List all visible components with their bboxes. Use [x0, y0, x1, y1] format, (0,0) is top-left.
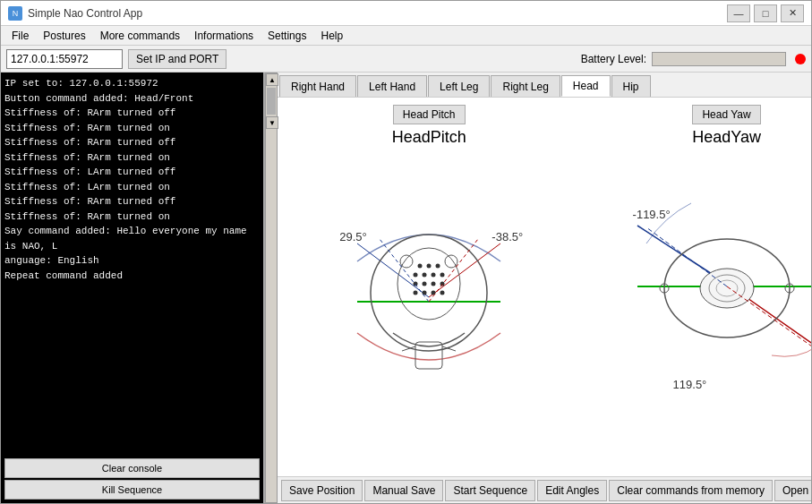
svg-point-9 [432, 282, 436, 286]
maximize-button[interactable]: □ [754, 4, 777, 22]
kill-sequence-button[interactable]: Kill Sequence [4, 480, 260, 500]
head-pitch-diagram: 29.5° -38.5° [330, 154, 527, 423]
title-bar-left: N Simple Nao Control App [8, 6, 142, 21]
scroll-thumb[interactable] [267, 88, 276, 115]
menu-help[interactable]: Help [313, 28, 350, 44]
open-video-button[interactable]: Open Video Feed [774, 480, 811, 501]
menu-file[interactable]: File [4, 28, 36, 44]
head-yaw-diagram: -119.5° 119.5° [620, 154, 811, 423]
scroll-up-button[interactable]: ▲ [266, 73, 278, 86]
svg-line-24 [429, 239, 478, 302]
title-bar: N Simple Nao Control App — □ ✕ [1, 1, 811, 26]
menu-informations[interactable]: Informations [187, 28, 261, 44]
yaw-angle-top: -119.5° [633, 208, 671, 221]
svg-point-8 [423, 282, 427, 286]
pitch-angle-left: 29.5° [339, 230, 367, 243]
mic-array [414, 264, 445, 295]
console-line: Say command added: Hello everyone my nam… [4, 224, 260, 253]
head-yaw-title: HeadYaw [692, 128, 761, 147]
set-ip-button[interactable]: Set IP and PORT [128, 49, 227, 69]
svg-point-7 [414, 282, 418, 286]
tab-head[interactable]: Head [561, 75, 611, 97]
svg-point-17 [436, 264, 440, 269]
svg-point-4 [423, 273, 427, 278]
console-line: Repeat command added [4, 269, 260, 284]
console-line: Button command added: Head/Front [4, 91, 260, 107]
window-title: Simple Nao Control App [28, 7, 142, 20]
bottom-action-bar: Save Position Manual Save Start Sequence… [278, 476, 811, 503]
tab-left-hand[interactable]: Left Hand [357, 75, 427, 97]
menu-postures[interactable]: Postures [36, 28, 92, 44]
svg-point-3 [414, 273, 418, 278]
clear-console-button[interactable]: Clear console [4, 458, 260, 478]
console-line: IP set to: 127.0.0.1:55972 [4, 76, 260, 91]
battery-bar [652, 52, 786, 66]
right-panel: Right Hand Left Hand Left Leg Right Leg … [278, 73, 811, 503]
console-scrollbar[interactable]: ▲ ▼ [265, 73, 278, 503]
svg-point-15 [418, 264, 423, 269]
menu-settings[interactable]: Settings [261, 28, 313, 44]
console-line: Stiffness of: LArm turned off [4, 165, 260, 180]
console-line: Stiffness of: RArm turned on [4, 150, 260, 166]
head-yaw-svg [620, 154, 811, 423]
svg-point-19 [445, 255, 457, 268]
svg-point-14 [440, 291, 445, 295]
console-bottom-buttons: Clear console Kill Sequence [4, 455, 260, 500]
console-line: Stiffness of: RArm turned off [4, 106, 260, 121]
main-area: IP set to: 127.0.0.1:55972Button command… [1, 73, 811, 503]
start-sequence-button[interactable]: Start Sequence [445, 480, 535, 501]
console-panel: IP set to: 127.0.0.1:55972Button command… [1, 73, 265, 503]
menu-more-commands[interactable]: More commands [93, 28, 187, 44]
content-area: Head Pitch HeadPitch 29.5° -38.5° [278, 98, 811, 476]
svg-point-11 [414, 291, 418, 295]
tab-hip[interactable]: Hip [611, 75, 651, 97]
head-pitch-button[interactable]: Head Pitch [393, 105, 466, 124]
svg-point-5 [432, 273, 436, 278]
yaw-angle-bottom: 119.5° [673, 378, 707, 391]
manual-save-button[interactable]: Manual Save [364, 480, 443, 501]
battery-section: Battery Level: [581, 52, 806, 66]
svg-point-18 [400, 255, 413, 268]
console-line: Stiffness of: RArm turned on [4, 209, 260, 225]
ip-input[interactable] [6, 49, 123, 69]
console-line: Stiffness of: RArm turned on [4, 121, 260, 136]
tab-right-leg[interactable]: Right Leg [491, 75, 560, 97]
close-button[interactable]: ✕ [781, 4, 804, 22]
head-pitch-svg [330, 154, 527, 423]
head-pitch-title: HeadPitch [392, 128, 466, 147]
menu-bar: File Postures More commands Informations… [1, 26, 811, 46]
console-line: Stiffness of: RArm turned off [4, 194, 260, 209]
app-window: N Simple Nao Control App — □ ✕ File Post… [0, 0, 812, 504]
head-yaw-section: Head Yaw HeadYaw -119.5° 119.5° [582, 105, 811, 469]
tab-right-hand[interactable]: Right Hand [279, 75, 356, 97]
head-pitch-section: Head Pitch HeadPitch 29.5° -38.5° [285, 105, 573, 469]
battery-label: Battery Level: [581, 53, 646, 65]
console-wrapper: IP set to: 127.0.0.1:55972Button command… [1, 73, 278, 503]
console-line: anguage: English [4, 253, 260, 269]
battery-indicator [795, 54, 806, 64]
svg-line-33 [727, 286, 811, 346]
edit-angles-button[interactable]: Edit Angles [537, 480, 607, 501]
head-yaw-button[interactable]: Head Yaw [692, 105, 760, 124]
scroll-down-button[interactable]: ▼ [266, 116, 278, 129]
svg-point-6 [440, 273, 445, 278]
svg-point-16 [427, 264, 432, 269]
svg-point-2 [397, 248, 460, 320]
console-text: IP set to: 127.0.0.1:55972Button command… [4, 76, 260, 455]
svg-line-23 [380, 239, 429, 302]
title-controls: — □ ✕ [727, 4, 804, 22]
svg-point-10 [440, 282, 445, 286]
app-icon: N [8, 6, 22, 21]
console-line: Stiffness of: LArm turned on [4, 180, 260, 195]
clear-commands-button[interactable]: Clear commands from memory [609, 480, 773, 501]
console-line: Stiffness of: RArm turned off [4, 135, 260, 150]
toolbar: Set IP and PORT Battery Level: [1, 46, 811, 73]
save-position-button[interactable]: Save Position [281, 480, 363, 501]
minimize-button[interactable]: — [727, 4, 750, 22]
tab-bar: Right Hand Left Hand Left Leg Right Leg … [278, 73, 811, 98]
tab-left-leg[interactable]: Left Leg [428, 75, 490, 97]
svg-point-1 [371, 235, 487, 351]
pitch-angle-right: -38.5° [491, 230, 523, 243]
